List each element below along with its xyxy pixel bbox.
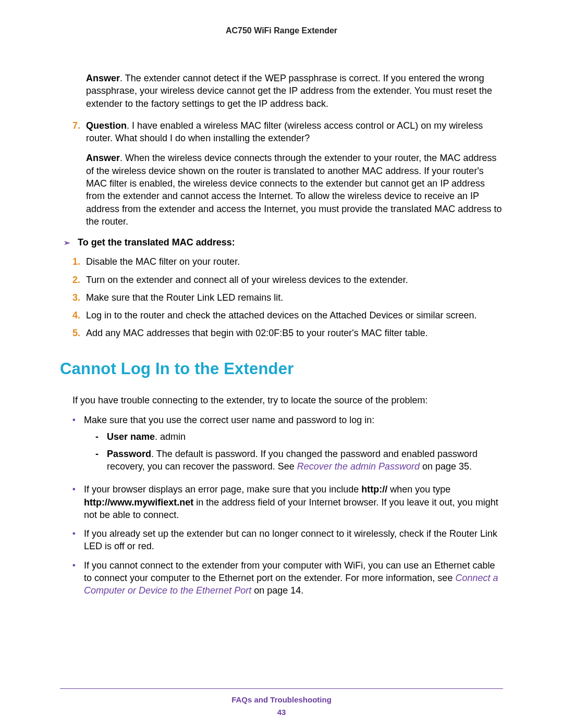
question-label: Question xyxy=(86,120,127,131)
b2-bold2: http://www.mywifiext.net xyxy=(84,497,193,508)
b3-text: If you already set up the extender but c… xyxy=(84,527,503,553)
b2-pre: If your browser displays an error page, … xyxy=(84,484,361,495)
recover-password-link[interactable]: Recover the admin Password xyxy=(297,461,420,472)
bullet-icon: • xyxy=(72,414,84,477)
procedure-steps: 1. Disable the MAC filter on your router… xyxy=(72,255,503,339)
bullet-icon: • xyxy=(72,527,84,553)
step-4: 4. Log in to the router and check the at… xyxy=(72,309,503,322)
answer-7: Answer. When the wireless device connect… xyxy=(86,152,503,228)
footer-section: FAQs and Troubleshooting xyxy=(0,695,563,704)
section-heading: Cannot Log In to the Extender xyxy=(60,360,503,378)
username-text: . admin xyxy=(155,431,186,442)
step-text: Disable the MAC filter on your router. xyxy=(86,255,503,268)
sub-bullet-password: - Password. The default is password. If … xyxy=(95,448,503,473)
sub-bullet-username: - User name. admin xyxy=(95,430,503,443)
question-number: 7. xyxy=(72,119,86,145)
answer-label: Answer xyxy=(86,153,120,163)
b4-post: on page 14. xyxy=(251,585,303,596)
step-5: 5. Add any MAC addresses that begin with… xyxy=(72,327,503,339)
section-intro: If you have trouble connecting to the ex… xyxy=(72,394,503,406)
arrow-icon: ➢ xyxy=(64,238,70,248)
procedure-heading: ➢ To get the translated MAC address: xyxy=(64,237,503,248)
answer-label: Answer xyxy=(86,73,120,83)
password-post: on page 35. xyxy=(420,461,472,472)
step-3: 3. Make sure that the Router Link LED re… xyxy=(72,291,503,304)
dash-icon: - xyxy=(95,448,107,473)
b4-pre: If you cannot connect to the extender fr… xyxy=(84,560,495,583)
bullet-4: • If you cannot connect to the extender … xyxy=(72,559,503,597)
b2-mid: when you type xyxy=(387,484,450,495)
question-text: . I have enabled a wireless MAC filter (… xyxy=(86,120,483,143)
document-header: AC750 WiFi Range Extender xyxy=(60,26,503,35)
step-1: 1. Disable the MAC filter on your router… xyxy=(72,255,503,268)
step-number: 3. xyxy=(72,291,86,304)
bullet-2: • If your browser displays an error page… xyxy=(72,483,503,521)
dash-icon: - xyxy=(95,430,107,443)
footer-rule xyxy=(60,688,503,689)
answer-text: . The extender cannot detect if the WEP … xyxy=(86,73,492,109)
password-label: Password xyxy=(107,449,151,459)
procedure-title: To get the translated MAC address: xyxy=(78,237,235,248)
step-number: 2. xyxy=(72,274,86,286)
b2-bold1: http:// xyxy=(361,484,387,495)
step-number: 5. xyxy=(72,327,86,339)
step-text: Make sure that the Router Link LED remai… xyxy=(86,291,503,304)
step-text: Turn on the extender and connect all of … xyxy=(86,274,503,286)
step-number: 4. xyxy=(72,309,86,322)
step-text: Add any MAC addresses that begin with 02… xyxy=(86,327,503,339)
bullet-icon: • xyxy=(72,483,84,521)
step-2: 2. Turn on the extender and connect all … xyxy=(72,274,503,286)
bullet-list: • Make sure that you use the correct use… xyxy=(72,414,503,597)
footer-page-number: 43 xyxy=(0,708,563,717)
bullet-1: • Make sure that you use the correct use… xyxy=(72,414,503,477)
bullet-3: • If you already set up the extender but… xyxy=(72,527,503,553)
document-page: AC750 WiFi Range Extender Answer. The ex… xyxy=(0,0,563,728)
username-label: User name xyxy=(107,431,155,442)
step-text: Log in to the router and check the attac… xyxy=(86,309,503,322)
bullet-text: Make sure that you use the correct user … xyxy=(84,415,374,425)
step-number: 1. xyxy=(72,255,86,268)
answer-text: . When the wireless device connects thro… xyxy=(86,153,501,226)
bullet-icon: • xyxy=(72,559,84,597)
answer-6: Answer. The extender cannot detect if th… xyxy=(86,72,503,110)
question-7: 7. Question. I have enabled a wireless M… xyxy=(72,119,503,145)
